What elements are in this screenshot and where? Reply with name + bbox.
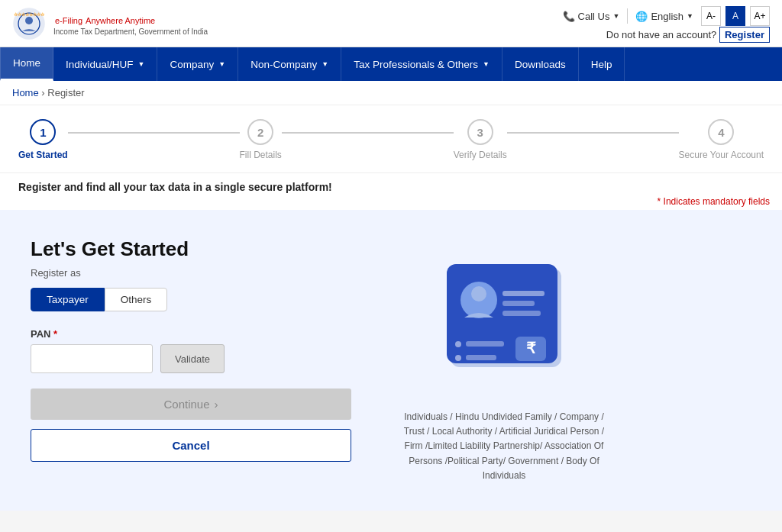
others-toggle[interactable]: Others <box>105 288 168 311</box>
font-default-button[interactable]: A <box>725 6 745 26</box>
nav-item-noncompany[interactable]: Non-Company ▼ <box>238 47 341 81</box>
font-decrease-button[interactable]: A- <box>701 6 721 26</box>
call-us-label: Call Us <box>578 11 610 22</box>
step-line-2 <box>282 132 454 134</box>
svg-rect-8 <box>502 291 544 296</box>
language-button[interactable]: 🌐 English ▼ <box>635 11 693 22</box>
breadcrumb-current: Register <box>47 87 84 98</box>
step-1-label: Get Started <box>18 150 68 160</box>
step-2: 2 Fill Details <box>240 119 282 160</box>
toggle-group: Taxpayer Others <box>31 288 351 311</box>
stepper: 1 Get Started 2 Fill Details 3 Verify De… <box>18 119 764 160</box>
logo-title: e-FilingAnywhere Anytime <box>53 11 208 27</box>
continue-label: Continue <box>163 398 209 411</box>
nav-noncompany-caret: ▼ <box>322 60 328 68</box>
logo-subtitle: Income Tax Department, Government of Ind… <box>53 27 208 36</box>
form-heading: Let's Get Started <box>31 237 351 261</box>
nav-item-downloads[interactable]: Downloads <box>502 47 579 81</box>
step-2-label: Fill Details <box>240 150 282 160</box>
step-4-circle: 4 <box>708 119 734 145</box>
continue-arrow: › <box>215 398 218 411</box>
font-increase-button[interactable]: A+ <box>750 6 770 26</box>
pan-required-marker: * <box>53 328 57 340</box>
step-2-circle: 2 <box>247 119 273 145</box>
nav-downloads-label: Downloads <box>515 59 566 70</box>
tagline-text: Register and find all your tax data in a… <box>18 181 764 193</box>
svg-point-13 <box>455 341 461 347</box>
illustration-caption: Individuals / Hindu Undivided Family / C… <box>397 410 611 483</box>
continue-button[interactable]: Continue › <box>31 389 351 420</box>
nav-item-company[interactable]: Company ▼ <box>157 47 238 81</box>
breadcrumb: Home › Register <box>0 81 782 105</box>
taxpayer-toggle[interactable]: Taxpayer <box>31 288 105 311</box>
illustration-side: ₹ Individuals / Hindu Undivided Family /… <box>397 237 611 483</box>
globe-icon: 🌐 <box>635 11 648 22</box>
svg-point-7 <box>471 286 486 301</box>
step-1: 1 Get Started <box>18 119 68 160</box>
register-link[interactable]: Register <box>719 27 770 43</box>
step-3: 3 Verify Details <box>454 119 507 160</box>
nav-help-label: Help <box>591 59 612 70</box>
nav-item-individual[interactable]: Individual/HUF ▼ <box>53 47 157 81</box>
logo-area: ☆☆☆☆☆☆☆☆ e-FilingAnywhere Anytime Income… <box>12 7 208 40</box>
utility-controls: 📞 Call Us ▼ 🌐 English ▼ A- A A+ <box>563 6 770 26</box>
main-navbar: Home Individual/HUF ▼ Company ▼ Non-Comp… <box>0 47 782 81</box>
pan-row: Validate <box>31 344 351 373</box>
nav-home-label: Home <box>13 57 40 69</box>
pan-input[interactable] <box>31 344 153 373</box>
font-controls: A- A A+ <box>701 6 770 26</box>
step-3-circle: 3 <box>467 119 493 145</box>
nav-individual-caret: ▼ <box>138 60 145 68</box>
step-4: 4 Secure Your Account <box>679 119 764 160</box>
svg-point-2 <box>25 17 33 24</box>
svg-point-15 <box>455 355 461 361</box>
pan-field-label: PAN * <box>31 328 351 340</box>
svg-rect-9 <box>502 301 535 306</box>
language-label: English <box>651 11 683 22</box>
svg-text:₹: ₹ <box>526 340 536 356</box>
svg-text:☆☆☆☆☆☆☆☆: ☆☆☆☆☆☆☆☆ <box>14 12 45 17</box>
top-right-controls: 📞 Call Us ▼ 🌐 English ▼ A- A A+ Do not h… <box>563 6 770 40</box>
step-line-3 <box>507 132 679 134</box>
step-1-circle: 1 <box>30 119 56 145</box>
validate-button[interactable]: Validate <box>160 344 225 373</box>
emblem-icon: ☆☆☆☆☆☆☆☆ <box>12 7 46 40</box>
tagline-bar: Register and find all your tax data in a… <box>0 173 782 196</box>
step-3-label: Verify Details <box>454 150 507 160</box>
nav-company-label: Company <box>170 59 214 70</box>
register-notice: Do not have an account? Register <box>606 29 770 40</box>
nav-company-caret: ▼ <box>218 60 225 68</box>
nav-item-help[interactable]: Help <box>579 47 625 81</box>
logo-tagline: Anywhere Anytime <box>86 16 155 25</box>
divider <box>627 8 628 24</box>
id-card-illustration: ₹ <box>435 245 573 398</box>
efiling-brand: e-Filing <box>55 16 82 25</box>
phone-icon: 📞 <box>563 11 575 22</box>
nav-noncompany-label: Non-Company <box>250 59 317 70</box>
step-4-label: Secure Your Account <box>679 150 764 160</box>
svg-rect-16 <box>466 355 496 360</box>
nav-item-tax-professionals[interactable]: Tax Professionals & Others ▼ <box>341 47 502 81</box>
nav-individual-label: Individual/HUF <box>66 59 134 70</box>
main-card: Let's Get Started Register as Taxpayer O… <box>0 210 782 511</box>
breadcrumb-home-link[interactable]: Home <box>12 87 39 98</box>
step-line-1 <box>68 132 240 134</box>
stepper-container: 1 Get Started 2 Fill Details 3 Verify De… <box>0 105 782 173</box>
lang-caret-icon: ▼ <box>687 12 693 20</box>
top-bar: ☆☆☆☆☆☆☆☆ e-FilingAnywhere Anytime Income… <box>0 0 782 47</box>
call-caret-icon: ▼ <box>613 12 620 20</box>
logo-text: e-FilingAnywhere Anytime Income Tax Depa… <box>53 11 208 36</box>
nav-taxpro-caret: ▼ <box>483 60 490 68</box>
register-notice-text: Do not have an account? <box>606 29 717 40</box>
svg-rect-10 <box>502 311 541 316</box>
call-us-button[interactable]: 📞 Call Us ▼ <box>563 11 620 22</box>
svg-rect-14 <box>466 341 504 347</box>
register-as-label: Register as <box>31 267 351 279</box>
pan-label-text: PAN <box>31 328 50 340</box>
mandatory-note: * Indicates mandatory fields <box>0 196 782 210</box>
nav-item-home[interactable]: Home <box>0 47 53 81</box>
form-side: Let's Get Started Register as Taxpayer O… <box>31 237 351 483</box>
cancel-button[interactable]: Cancel <box>31 429 351 462</box>
nav-taxpro-label: Tax Professionals & Others <box>354 59 478 70</box>
